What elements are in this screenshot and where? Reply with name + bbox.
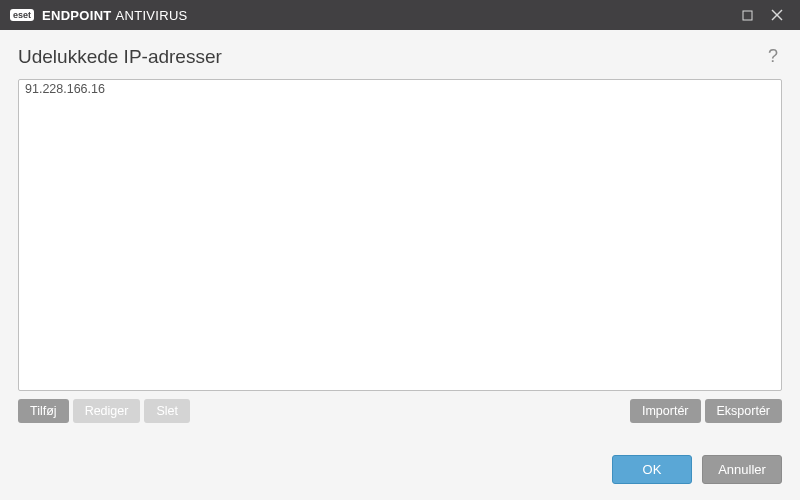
maximize-icon — [742, 10, 753, 21]
cancel-button[interactable]: Annuller — [702, 455, 782, 484]
list-toolbar: Tilføj Rediger Slet Importér Eksportér — [18, 399, 782, 423]
ip-listbox[interactable]: 91.228.166.16 — [18, 79, 782, 391]
svg-rect-0 — [743, 11, 752, 20]
list-item[interactable]: 91.228.166.16 — [19, 80, 781, 98]
dialog-content: Udelukkede IP-adresser ? 91.228.166.16 T… — [0, 30, 800, 441]
dialog-footer: OK Annuller — [0, 441, 800, 500]
close-button[interactable] — [762, 0, 792, 30]
edit-button: Rediger — [73, 399, 141, 423]
close-icon — [771, 9, 783, 21]
brand-logo: eset — [10, 9, 34, 21]
brand-badge: eset — [10, 9, 34, 21]
delete-button: Slet — [144, 399, 190, 423]
brand-text: ENDPOINT ANTIVIRUS — [42, 8, 188, 23]
import-button[interactable]: Importér — [630, 399, 701, 423]
heading-row: Udelukkede IP-adresser ? — [18, 44, 782, 69]
add-button[interactable]: Tilføj — [18, 399, 69, 423]
maximize-button[interactable] — [732, 0, 762, 30]
export-button[interactable]: Eksportér — [705, 399, 783, 423]
titlebar: eset ENDPOINT ANTIVIRUS — [0, 0, 800, 30]
brand-light: ANTIVIRUS — [116, 8, 188, 23]
brand-strong: ENDPOINT — [42, 8, 112, 23]
ok-button[interactable]: OK — [612, 455, 692, 484]
help-icon[interactable]: ? — [764, 44, 782, 69]
page-title: Udelukkede IP-adresser — [18, 46, 222, 68]
